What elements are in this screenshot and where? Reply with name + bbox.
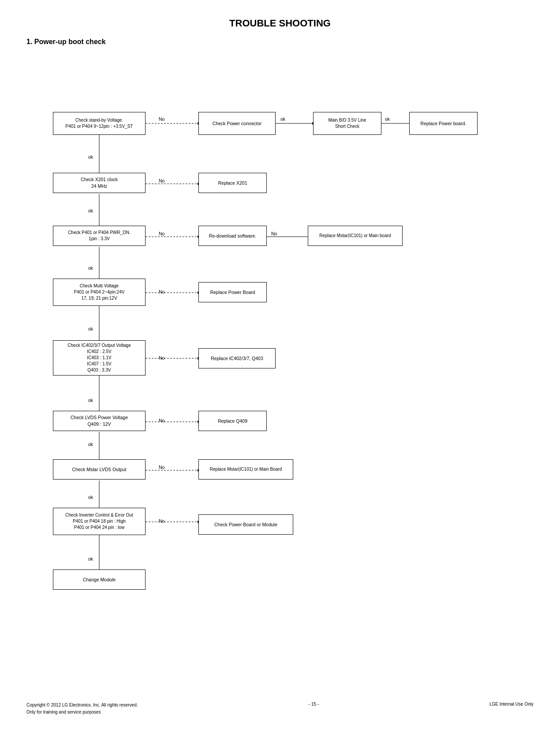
label-ok-10: ok [88,556,93,562]
box-replace-mstar-2: Replace Mstar(IC101) or Main Board [198,459,293,480]
label-ok-8: ok [88,442,93,447]
box-replace-ic402: Replace IC402/3/7, Q403 [198,348,276,368]
label-ok-6: ok [88,326,93,331]
label-ok-1: ok [280,116,285,122]
footer-right: LGE Internal Use Only [489,702,534,716]
label-ok-5: ok [88,265,93,271]
label-ok-3: ok [88,154,93,160]
box-check-multi-voltage: Check Multi VoltageP401 or P404 2~4pin:2… [53,279,146,306]
box-replace-power-board-1: Replace Power board. [409,112,478,135]
label-no-4: No [271,231,277,236]
label-no-6: No [159,355,164,361]
label-ok-4: ok [88,208,93,213]
box-check-x201: Check X201 clock24 MHz [53,173,146,193]
label-ok-2: ok [385,116,390,122]
section-title: 1. Power-up boot check [26,38,534,46]
box-check-mstar-lvds: Check Mstar LVDS Output [53,459,146,480]
flowchart: Check stand-by Voltage.P401 or P404 9~12… [26,55,534,584]
label-no-7: No [159,418,164,423]
box-replace-x201: Replace X201 [198,173,267,193]
label-no-2: No [159,178,164,183]
box-check-power-board-module: Check Power Board or Module [198,514,293,535]
footer-copyright: Copyright © 2012 LG Electronics. Inc. Al… [26,702,138,709]
box-main-bd: Main B/D 3.5V LineShort Check [313,112,381,135]
box-replace-power-board-2: Replace Power Board [198,282,267,302]
box-check-lvds-power: Check LVDS Power VoltageQ409 : 12V [53,411,146,431]
box-replace-q409: Replace Q409 [198,411,267,431]
footer: Copyright © 2012 LG Electronics. Inc. Al… [26,702,534,716]
label-no-8: No [159,465,164,470]
page-title: TROUBLE SHOOTING [26,18,534,29]
footer-notice: Only for training and service purposes [26,709,138,716]
box-change-module: Change Module [53,569,146,590]
box-check-inverter: Check Inverter Control & Error OutP401 o… [53,508,146,535]
box-redownload: Re-download software. [198,226,267,246]
box-check-power-connector: Check Power connector [198,112,276,135]
label-no-1: No [159,116,164,122]
footer-page-number: - 15 - [309,702,319,716]
label-no-3: No [159,231,164,236]
label-no-5: No [159,289,164,294]
footer-left: Copyright © 2012 LG Electronics. Inc. Al… [26,702,138,716]
box-replace-mstar-1: Replace Mstar(IC101) or Main board [308,226,403,246]
label-no-9: No [159,518,164,524]
label-ok-7: ok [88,398,93,403]
label-ok-9: ok [88,495,93,500]
box-check-ic402: Check IC402/3/7 Output VoltageIC402 : 2.… [53,340,146,376]
box-check-pwr-on: Check P401 or P404 PWR_ON.1pin : 3.3V [53,226,146,246]
box-check-standby: Check stand-by Voltage.P401 or P404 9~12… [53,112,146,135]
